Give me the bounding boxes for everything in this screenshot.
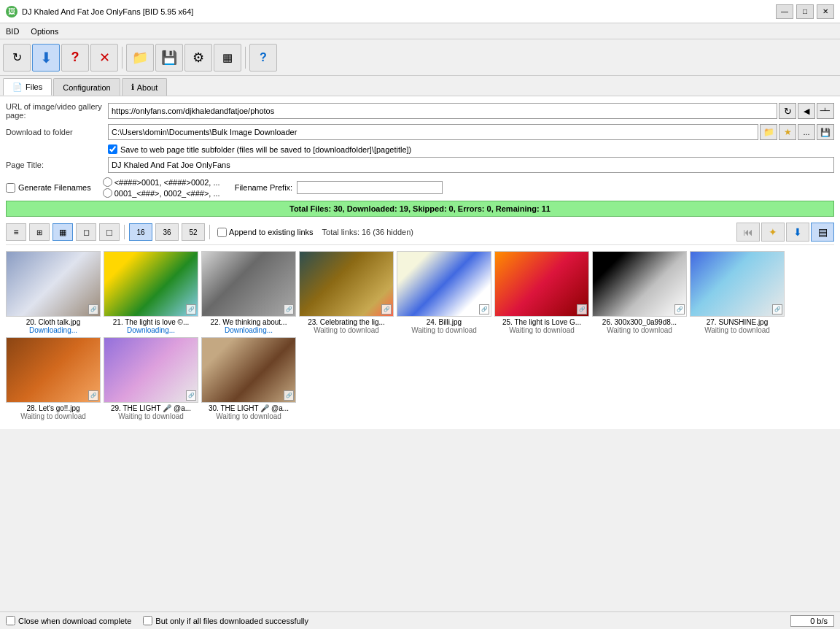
thumbnail-item[interactable]: 🔗 21. The light is love ©... Downloading… <box>104 251 198 334</box>
filename-prefix-input[interactable] <box>297 181 443 194</box>
thumbnail-item[interactable]: 🔗 22. We thinking about... Downloading..… <box>201 251 296 334</box>
view-thumb-button[interactable]: ▦ <box>52 223 73 241</box>
url-pin-button[interactable]: ┤ <box>817 103 834 119</box>
toolbar: ↻ ⬇ ? ✕ 📁 💾 ⚙ ▦ ? <box>0 39 840 76</box>
thumbnail-status: Waiting to download <box>411 326 477 334</box>
thumbnail-status: Waiting to download <box>216 412 281 420</box>
thumbnail-name: 30. THE LIGHT 🎤 @a... <box>209 404 289 412</box>
view-small-button[interactable]: ◻ <box>76 223 96 241</box>
thumb-right-buttons: ⏮ ✦ ⬇ ▤ <box>736 223 834 242</box>
grid-button[interactable]: ▦ <box>214 44 241 72</box>
folder-save-button[interactable]: 💾 <box>817 124 834 140</box>
size-52-button[interactable]: 52 <box>182 223 205 241</box>
view-list-button[interactable]: ≡ <box>6 223 26 241</box>
thumb-view-button[interactable]: ▤ <box>811 223 834 242</box>
thumbnail-item[interactable]: 🔗 23. Celebrating the lig... Waiting to … <box>299 251 394 334</box>
url-label: URL of image/video gallery page: <box>6 102 108 120</box>
question-button[interactable]: ? <box>249 44 277 72</box>
settings-button[interactable]: ⚙ <box>184 44 212 72</box>
tab-about[interactable]: ℹ About <box>122 78 168 96</box>
thumb-prev-button[interactable]: ⏮ <box>736 223 760 242</box>
filename-option-1: <####>0001, <####>0002, ... <box>103 177 220 187</box>
thumb-separator-1 <box>124 225 125 239</box>
size-36-button[interactable]: 36 <box>155 223 179 241</box>
tab-files[interactable]: 📄 Files <box>3 78 52 96</box>
view-large-button[interactable]: □ <box>99 223 120 241</box>
about-tab-label: About <box>137 83 158 92</box>
open-folder-button[interactable]: 📁 <box>126 44 154 72</box>
view-detail-button[interactable]: ⊞ <box>29 223 50 241</box>
thumbnail-item[interactable]: 🔗 30. THE LIGHT 🎤 @a... Waiting to downl… <box>201 337 296 420</box>
close-on-complete-checkbox[interactable] <box>6 616 15 625</box>
thumbnail-image: 🔗 <box>6 251 101 317</box>
append-label: Append to existing links <box>217 228 314 237</box>
thumbnail-image: 🔗 <box>104 337 198 403</box>
thumbnail-name: 21. The light is love ©... <box>113 318 189 326</box>
thumbnail-overlay-icon: 🔗 <box>284 304 294 314</box>
thumbnail-name: 27. SUNSHINE.jpg <box>707 318 768 326</box>
title-bar: 🖼 DJ Khaled And Fat Joe OnlyFans [BID 5.… <box>0 0 840 23</box>
url-left-button[interactable]: ◀ <box>798 103 815 119</box>
page-title-label: Page Title: <box>6 161 108 169</box>
url-input[interactable] <box>108 103 777 119</box>
thumb-export-button[interactable]: ⬇ <box>786 223 809 242</box>
thumbnail-overlay-icon: 🔗 <box>284 390 294 401</box>
close-button[interactable]: ✕ <box>817 4 834 19</box>
close-on-complete-group: Close when download complete But only if… <box>6 616 308 625</box>
but-only-checkbox[interactable] <box>143 616 152 625</box>
download-folder-row: Download to folder 📁 ★ ... 💾 <box>6 124 834 140</box>
thumbnail-item[interactable]: 🔗 25. The light is Love G... Waiting to … <box>494 251 589 334</box>
thumb-filter-button[interactable]: ✦ <box>761 223 785 242</box>
help-button[interactable]: ? <box>61 44 89 72</box>
folder-star-button[interactable]: ★ <box>779 124 796 140</box>
about-tab-icon: ℹ <box>131 82 134 92</box>
append-text: Append to existing links <box>229 228 314 236</box>
thumbnail-item[interactable]: 🔗 29. THE LIGHT 🎤 @a... Waiting to downl… <box>104 337 198 420</box>
status-bar: Total Files: 30, Downloaded: 19, Skipped… <box>6 201 834 217</box>
thumbnail-status: Waiting to download <box>118 412 184 420</box>
size-16-button[interactable]: 16 <box>129 223 152 241</box>
menu-options[interactable]: Options <box>25 26 64 37</box>
minimize-button[interactable]: — <box>776 4 793 19</box>
maximize-button[interactable]: □ <box>796 4 814 19</box>
thumbnail-status: Waiting to download <box>20 412 86 420</box>
thumbnail-overlay-icon: 🔗 <box>186 390 196 401</box>
append-checkbox[interactable] <box>217 228 227 237</box>
folder-browse-button[interactable]: 📁 <box>760 124 777 140</box>
title-bar-title: DJ Khaled And Fat Joe OnlyFans [BID 5.95… <box>22 7 193 16</box>
generate-filenames-checkbox[interactable] <box>6 183 15 193</box>
refresh-button[interactable]: ↻ <box>3 44 31 72</box>
page-title-input[interactable] <box>108 157 834 173</box>
thumbnail-grid: 🔗 20. Cloth talk.jpg Downloading... 🔗 21… <box>6 248 834 423</box>
thumbnail-image: 🔗 <box>104 251 198 317</box>
tab-configuration[interactable]: Configuration <box>53 78 120 96</box>
thumbnail-overlay-icon: 🔗 <box>186 304 196 314</box>
thumb-toolbar: ≡ ⊞ ▦ ◻ □ 16 36 52 Append to existing li… <box>6 220 834 245</box>
thumbnail-overlay-icon: 🔗 <box>88 304 98 314</box>
thumbnail-status: Waiting to download <box>704 326 770 334</box>
stop-button[interactable]: ✕ <box>90 44 118 72</box>
download-folder-input[interactable] <box>108 124 758 140</box>
save-button[interactable]: 💾 <box>155 44 183 72</box>
filename-prefix-group: Filename Prefix: <box>235 181 443 194</box>
page-title-row: Page Title: <box>6 157 834 173</box>
thumbnail-item[interactable]: 🔗 24. Billi.jpg Waiting to download <box>397 251 491 334</box>
thumbnail-item[interactable]: 🔗 27. SUNSHINE.jpg Waiting to download <box>690 251 785 334</box>
subfolder-checkbox[interactable] <box>108 144 117 154</box>
thumbnail-name: 26. 300x300_0a99d8... <box>602 318 677 326</box>
thumbnail-item[interactable]: 🔗 28. Let's go!!.jpg Waiting to download <box>6 337 101 420</box>
filename-radio-2[interactable] <box>103 188 112 198</box>
filename-radio-group: <####>0001, <####>0002, ... 0001_<###>, … <box>103 177 220 198</box>
menu-bid[interactable]: BID <box>0 26 25 37</box>
title-bar-controls: — □ ✕ <box>776 4 834 19</box>
folder-more-button[interactable]: ... <box>798 124 815 140</box>
thumbnail-item[interactable]: 🔗 26. 300x300_0a99d8... Waiting to downl… <box>592 251 687 334</box>
url-refresh-button[interactable]: ↻ <box>779 103 796 119</box>
thumbnail-item[interactable]: 🔗 20. Cloth talk.jpg Downloading... <box>6 251 101 334</box>
generate-filenames-row: Generate Filenames <####>0001, <####>000… <box>6 177 834 198</box>
folder-input-group: 📁 ★ ... 💾 <box>108 124 834 140</box>
filename-radio-1[interactable] <box>103 177 112 187</box>
download-button[interactable]: ⬇ <box>32 44 60 72</box>
configuration-tab-label: Configuration <box>63 83 110 92</box>
thumbnail-status: Waiting to download <box>314 326 379 334</box>
